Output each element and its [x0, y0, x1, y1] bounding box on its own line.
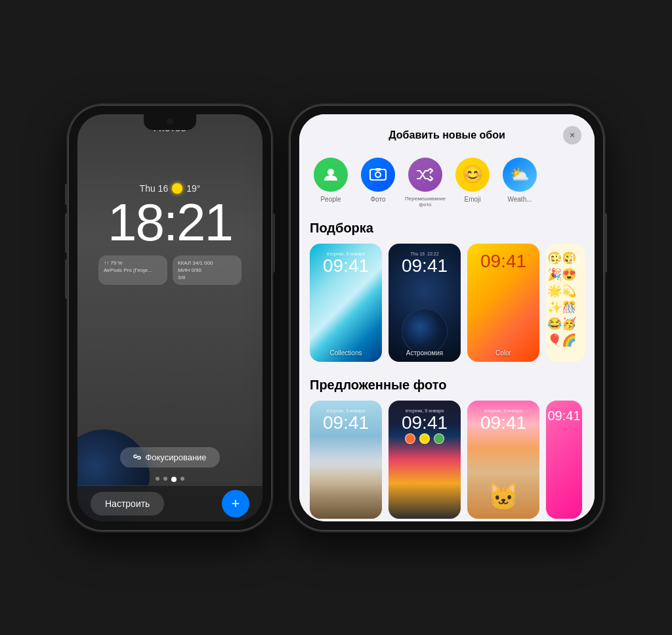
section-podborka-title: Подборка [299, 218, 595, 244]
volume-up-button [65, 213, 68, 253]
astronomy-label: Астрономия [388, 349, 461, 357]
suggested-extra[interactable]: 09:41 [546, 401, 582, 519]
collections-time: 09:41 [310, 256, 382, 276]
page-dots [156, 477, 184, 482]
focus-button[interactable]: Фокусирование [120, 447, 219, 468]
add-icon: + [232, 495, 240, 512]
city-time: 09:41 [310, 413, 382, 433]
suggested-row: вторник, 9 января 09:41 вторник, 9 январ… [299, 401, 595, 521]
weather-label: Weath... [507, 196, 532, 203]
icon-c2 [419, 433, 430, 444]
left-iphone-frame: PHOTOS Thu 16 19° 18:21 ↑↑ 79 % AirPods … [68, 105, 272, 531]
astronomy-time: 09:41 [388, 256, 461, 276]
widget1-line2: AirPods Pro (Георг... [104, 267, 162, 274]
widget2-line1: ККАЛ 34/1 000 [178, 259, 236, 267]
emoji-card-time: 09:41 [546, 252, 585, 266]
widget2-line2: МИН 0/90 [178, 267, 236, 274]
category-weather[interactable]: ⛅ Weath... [496, 158, 543, 208]
card-collections[interactable]: вторник, 9 января 09:41 Collections [310, 244, 382, 362]
astronomy-time-area: Thu 16 22:22 09:41 [388, 252, 461, 276]
dot-4 [180, 477, 184, 481]
card-astronomy[interactable]: Thu 16 22:22 09:41 Астрономия [388, 244, 461, 362]
lock-date: Thu 16 19° [91, 183, 249, 194]
svg-rect-3 [375, 168, 381, 171]
people-icon [322, 166, 339, 183]
city-overlay [310, 466, 382, 519]
weather-icon-bg: ⛅ [503, 158, 537, 192]
widget2-line3: 3/8 [178, 274, 236, 281]
categories-row: People Фото [299, 152, 595, 218]
close-button[interactable]: × [563, 126, 581, 144]
suggested-cat[interactable]: вторник, 9 января 09:41 🐱 [467, 401, 539, 519]
right-iphone-frame: Добавить новые обои × [290, 105, 604, 531]
camera-dot [167, 118, 173, 125]
category-people[interactable]: People [307, 158, 354, 208]
sunset-time: 09:41 [388, 413, 461, 433]
photo-label: Фото [371, 196, 386, 203]
emoji-icon-bg: 😊 [455, 158, 490, 192]
close-icon: × [570, 130, 575, 140]
people-label: People [320, 196, 341, 203]
temperature-text: 19° [186, 183, 200, 194]
customize-label: Настроить [105, 498, 150, 509]
icon-c1 [405, 433, 415, 444]
category-shuffle[interactable]: Перемешивание фото [402, 158, 449, 208]
widget1-line1: ↑↑ 79 % [104, 259, 162, 267]
emoji-card-time-area: 09:41 [546, 252, 585, 266]
time-text: 18:21 [108, 193, 232, 252]
widget-rings: ККАЛ 34/1 000 МИН 0/90 3/8 [173, 255, 242, 286]
add-wallpaper-button[interactable]: + [222, 490, 249, 517]
suggested-sunset[interactable]: вторник, 9 января 09:41 [388, 401, 461, 519]
lock-content: Thu 16 19° 18:21 ↑↑ 79 % AirPods Pro (Ге… [77, 114, 262, 305]
right-iphone-screen: Добавить новые обои × [299, 114, 595, 521]
panel-header: Добавить новые обои × [299, 114, 595, 152]
power-button [272, 213, 275, 273]
section-suggested-title: Предложенные фото [299, 375, 595, 401]
cat-time-area: вторник, 9 января 09:41 [467, 408, 539, 433]
astronomy-earth [402, 309, 448, 355]
card-color[interactable]: 09:41 Color [467, 244, 539, 362]
shuffle-icon [417, 168, 434, 181]
svg-point-2 [375, 172, 381, 177]
photo-icon [369, 167, 387, 182]
sunset-time-area: вторник, 9 января 09:41 [388, 408, 461, 433]
podborka-cards-row: вторник, 9 января 09:41 Collections Thu … [299, 244, 595, 375]
widget-activity: ↑↑ 79 % AirPods Pro (Георг... [98, 255, 167, 286]
panel-title: Добавить новые обои [331, 129, 563, 141]
cat-time: 09:41 [467, 413, 539, 433]
customize-button[interactable]: Настроить [91, 492, 164, 515]
dot-2 [163, 477, 167, 481]
lock-widgets: ↑↑ 79 % AirPods Pro (Георг... ККАЛ 34/1 … [98, 255, 242, 286]
extra-time-area: 09:41 [546, 408, 582, 423]
dot-3-active [171, 477, 177, 482]
suggested-city[interactable]: вторник, 9 января 09:41 [310, 401, 382, 519]
collections-time-area: вторник, 9 января 09:41 [310, 252, 382, 276]
color-label: Color [467, 349, 539, 357]
card-emoji[interactable]: 😊😄🎉😍🌟💫✨🎊😂🥳🎈🌈 09:41 [546, 244, 585, 362]
emoji-label: Emoji [464, 196, 480, 203]
people-icon-bg [314, 158, 348, 192]
lock-footer: Настроить + [77, 485, 262, 521]
left-iphone-screen: PHOTOS Thu 16 19° 18:21 ↑↑ 79 % AirPods … [77, 114, 262, 521]
color-time-area: 09:41 [467, 252, 539, 272]
focus-label: Фокусирование [145, 452, 206, 462]
category-emoji[interactable]: 😊 Emoji [449, 158, 496, 208]
sun-icon [172, 183, 182, 194]
date-text: Thu 16 [140, 183, 169, 194]
screen-container: PHOTOS Thu 16 19° 18:21 ↑↑ 79 % AirPods … [55, 92, 617, 544]
city-time-area: вторник, 9 января 09:41 [310, 408, 382, 433]
lock-bottom: Фокусирование [77, 447, 262, 482]
dot-1 [156, 477, 159, 481]
category-photo[interactable]: Фото [354, 158, 402, 208]
collections-label: Collections [310, 349, 382, 357]
svg-rect-1 [370, 169, 386, 180]
power-button-right [604, 213, 607, 273]
mute-switch [65, 184, 68, 205]
shuffle-label: Перемешивание фото [405, 196, 446, 208]
lock-time: 18:21 [91, 196, 249, 249]
cat-emoji-hint: 🐱 [487, 481, 520, 512]
icon-c3 [434, 433, 444, 444]
shuffle-icon-bg [408, 158, 442, 192]
wallpaper-panel[interactable]: Добавить новые обои × [299, 114, 595, 521]
extra-time: 09:41 [546, 408, 582, 423]
